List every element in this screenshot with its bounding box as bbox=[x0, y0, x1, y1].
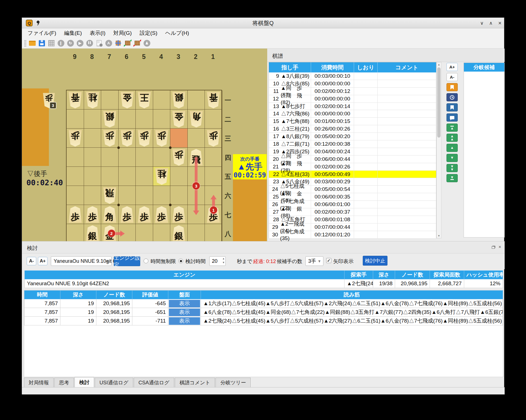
stop-icon[interactable]: ❙ bbox=[57, 39, 65, 47]
go-first-move-button[interactable]: ▲ bbox=[446, 124, 458, 132]
show-board-button[interactable]: 表示 bbox=[169, 309, 200, 316]
time-display-button[interactable] bbox=[446, 93, 458, 101]
maximize-button[interactable]: ∧ bbox=[487, 20, 495, 26]
tab-対局情報[interactable]: 対局情報 bbox=[24, 378, 54, 387]
board-cell[interactable] bbox=[205, 167, 222, 186]
kifu-row[interactable]: 13▲8七歩打00:02/00:00:14 bbox=[269, 103, 436, 110]
go-last-move-button[interactable]: ▼ bbox=[446, 174, 458, 182]
kifu-row[interactable]: 21▲同 飛(28)00:02/00:00:26 bbox=[269, 163, 436, 171]
back-ten-moves-button[interactable]: ▲▲ bbox=[446, 134, 458, 142]
board-cell[interactable] bbox=[101, 90, 119, 109]
board-cell[interactable] bbox=[205, 224, 222, 241]
board-cell[interactable] bbox=[84, 167, 101, 186]
unlimited-time-radio[interactable] bbox=[144, 259, 148, 263]
board-cell[interactable] bbox=[188, 129, 205, 148]
kifu-row[interactable]: 27▲同 銀(88)00:02/00:00:37 bbox=[269, 208, 436, 216]
board-cell[interactable] bbox=[205, 148, 222, 167]
board-cell[interactable] bbox=[153, 148, 171, 167]
board-cell[interactable] bbox=[136, 167, 153, 186]
new-board-icon[interactable] bbox=[47, 39, 55, 47]
board-cell[interactable] bbox=[119, 109, 136, 129]
shrink-board-icon[interactable] bbox=[133, 39, 141, 47]
analyze-icon[interactable]: A bbox=[105, 39, 112, 47]
pause-icon[interactable] bbox=[86, 39, 93, 47]
board-cell[interactable] bbox=[136, 224, 153, 241]
menu-item[interactable]: 設定(S) bbox=[136, 28, 161, 38]
font-smaller-button[interactable]: A- bbox=[446, 73, 458, 81]
pieces-icon[interactable]: ♟ bbox=[143, 39, 151, 47]
board-cell[interactable] bbox=[188, 224, 205, 241]
tab-思考[interactable]: 思考 bbox=[54, 378, 74, 387]
show-arrows-checkbox[interactable]: ✓ bbox=[326, 258, 331, 263]
menu-item[interactable]: 表示(I) bbox=[86, 28, 109, 38]
open-file-icon[interactable] bbox=[28, 39, 36, 47]
board-cell[interactable] bbox=[84, 129, 101, 148]
seconds-input[interactable]: 20 ▲▼ bbox=[209, 256, 226, 266]
show-board-button[interactable]: 表示 bbox=[169, 300, 200, 307]
analysis-font-larger-button[interactable]: A+ bbox=[38, 257, 47, 265]
board-cell[interactable] bbox=[136, 148, 153, 167]
kifu-scrollbar[interactable]: ▲ ▼ bbox=[436, 62, 441, 238]
forward-one-move-button[interactable]: ▼ bbox=[446, 154, 458, 162]
board-cell[interactable] bbox=[84, 109, 101, 129]
board-cell[interactable] bbox=[136, 109, 153, 129]
board-cell[interactable] bbox=[153, 90, 171, 109]
close-kento-icon[interactable]: × bbox=[497, 245, 502, 249]
board-cell[interactable] bbox=[101, 148, 119, 167]
stop-analysis-button[interactable]: 検討中止 bbox=[363, 256, 387, 266]
toolbar-grip-icon[interactable] bbox=[24, 40, 26, 47]
minimize-button[interactable]: ∨ bbox=[478, 20, 486, 26]
analysis-font-smaller-button[interactable]: A- bbox=[27, 257, 36, 265]
board-cell[interactable] bbox=[67, 186, 84, 205]
board-cell[interactable] bbox=[153, 186, 171, 205]
board-cell[interactable] bbox=[67, 167, 84, 186]
shogi-board[interactable]: 香桂金王銀香銀金角歩歩歩歩歩歩歩桂飛飛歩歩角歩歩歩歩歩銀金銀香桂王金桂香123 bbox=[66, 90, 222, 241]
board-cell[interactable] bbox=[67, 224, 84, 241]
board-cell[interactable] bbox=[67, 109, 84, 129]
kifu-row[interactable]: 9▲3八銀(39)00:03/00:00:10 bbox=[269, 72, 436, 80]
board-cell[interactable] bbox=[170, 186, 188, 205]
comment-button[interactable] bbox=[446, 113, 458, 122]
board-cell[interactable] bbox=[205, 109, 222, 129]
kifu-row[interactable]: 18△7二銀(71)00:12/00:00:38 bbox=[269, 140, 436, 148]
record-time-icon[interactable] bbox=[95, 39, 103, 47]
tab-USI通信ログ[interactable]: USI通信ログ bbox=[95, 378, 133, 387]
candidates-select[interactable]: 3手 ▼ bbox=[305, 256, 323, 266]
enlarge-board-icon[interactable] bbox=[124, 39, 132, 47]
board-cell[interactable] bbox=[153, 224, 171, 241]
board-cell[interactable] bbox=[119, 167, 136, 186]
board-cell[interactable] bbox=[84, 148, 101, 167]
kifu-row[interactable]: 14△7六飛(86)00:00/00:00:00 bbox=[269, 110, 436, 118]
engine-select[interactable]: YaneuraOu NNUE 9.10git 64ZEN2 ▼ bbox=[51, 256, 112, 266]
resize-board-icon[interactable] bbox=[114, 39, 122, 47]
close-button[interactable]: × bbox=[496, 20, 504, 26]
float-kento-icon[interactable] bbox=[491, 245, 496, 250]
board-cell[interactable] bbox=[136, 186, 153, 205]
board-cell[interactable] bbox=[170, 167, 188, 186]
menu-item[interactable]: ヘルプ(H) bbox=[161, 28, 193, 38]
board-cell[interactable] bbox=[67, 148, 84, 167]
tab-棋譜コメント[interactable]: 棋譜コメント bbox=[175, 378, 215, 387]
menu-item[interactable]: 対局(G) bbox=[109, 28, 135, 38]
board-cell[interactable] bbox=[119, 148, 136, 167]
play-icon[interactable]: ▶ bbox=[76, 39, 84, 47]
engine-settings-button[interactable]: エンジン設定 bbox=[114, 256, 140, 266]
board-cell[interactable] bbox=[153, 109, 171, 129]
board-cell[interactable] bbox=[170, 129, 188, 148]
menu-item[interactable]: 編集(E) bbox=[60, 28, 86, 38]
font-larger-button[interactable]: A+ bbox=[446, 63, 458, 71]
show-board-button[interactable]: 表示 bbox=[169, 317, 200, 325]
board-cell[interactable] bbox=[119, 186, 136, 205]
board-cell[interactable] bbox=[84, 186, 101, 205]
kifu-row[interactable]: 30△5七角成(35)00:12/00:01:20 bbox=[269, 231, 436, 239]
bookmark-add-button[interactable] bbox=[446, 83, 458, 91]
spinner-arrows-icon[interactable]: ▲▼ bbox=[222, 257, 225, 264]
scrollbar-thumb[interactable] bbox=[437, 67, 441, 138]
reset-icon[interactable]: ↻ bbox=[67, 39, 74, 47]
scroll-up-icon[interactable]: ▲ bbox=[437, 63, 441, 67]
save-icon[interactable] bbox=[38, 39, 46, 47]
kifu-row[interactable]: 17▲8八銀(79)00:05/00:00:20 bbox=[269, 133, 436, 140]
tab-分岐ツリー[interactable]: 分岐ツリー bbox=[216, 378, 251, 387]
scroll-down-icon[interactable]: ▼ bbox=[437, 234, 441, 238]
forward-ten-moves-button[interactable]: ▼▼ bbox=[446, 164, 458, 172]
